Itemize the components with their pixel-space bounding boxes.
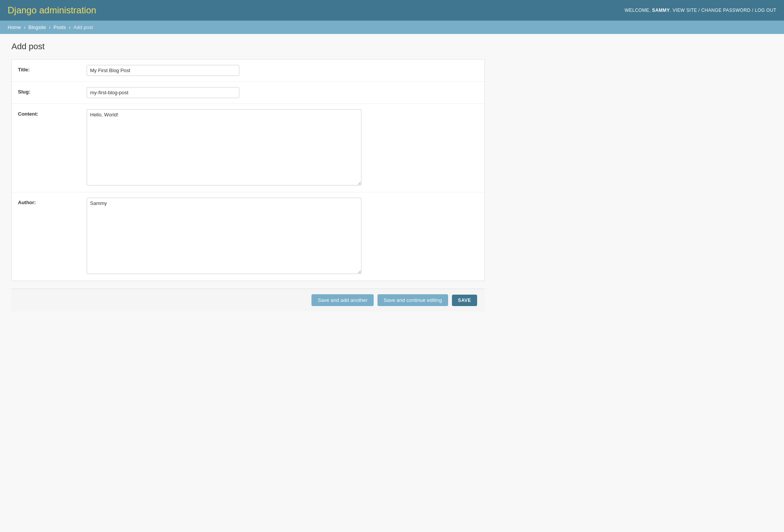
change-password-link[interactable]: CHANGE PASSWORD [701, 8, 750, 13]
title-label: Title: [18, 65, 87, 73]
main-content: Add post Title: Slug: Content: Author: [0, 34, 496, 319]
site-title[interactable]: Django administration [8, 5, 96, 16]
slug-input[interactable] [87, 87, 239, 98]
username: SAMMY [652, 8, 669, 13]
breadcrumb-separator-1: › [24, 24, 27, 30]
author-field-wrapper [87, 198, 478, 275]
author-label: Author: [18, 198, 87, 205]
author-textarea[interactable] [87, 198, 361, 274]
content-form-row: Content: [12, 104, 484, 192]
save-add-another-button[interactable]: Save and add another [311, 294, 374, 306]
breadcrumb-current: Add post [73, 24, 93, 30]
add-post-form: Title: Slug: Content: Author: [11, 59, 485, 281]
breadcrumb-separator-2: › [49, 24, 52, 30]
view-site-link[interactable]: VIEW SITE [673, 8, 697, 13]
site-header: Django administration WELCOME, SAMMY. VI… [0, 0, 784, 21]
title-form-row: Title: [12, 60, 484, 82]
title-field-wrapper [87, 65, 478, 76]
page-title: Add post [11, 42, 485, 52]
author-form-row: Author: [12, 192, 484, 281]
content-field-wrapper [87, 109, 478, 187]
user-tools: WELCOME, SAMMY. VIEW SITE / CHANGE PASSW… [624, 8, 776, 13]
slug-label: Slug: [18, 87, 87, 95]
breadcrumb: Home › Blogsite › Posts › Add post [0, 21, 784, 34]
content-textarea[interactable] [87, 109, 361, 185]
save-continue-editing-button[interactable]: Save and continue editing [377, 294, 448, 306]
breadcrumb-blogsite[interactable]: Blogsite [28, 24, 46, 30]
welcome-text: WELCOME, [624, 8, 650, 13]
breadcrumb-separator-3: › [69, 24, 72, 30]
content-label: Content: [18, 109, 87, 117]
slug-field-wrapper [87, 87, 478, 98]
log-out-link[interactable]: LOG OUT [755, 8, 776, 13]
title-input[interactable] [87, 65, 239, 76]
slug-form-row: Slug: [12, 82, 484, 104]
breadcrumb-home[interactable]: Home [8, 24, 21, 30]
breadcrumb-posts[interactable]: Posts [53, 24, 66, 30]
save-button[interactable]: SAVE [452, 295, 477, 306]
submit-row: Save and add another Save and continue e… [11, 289, 485, 311]
